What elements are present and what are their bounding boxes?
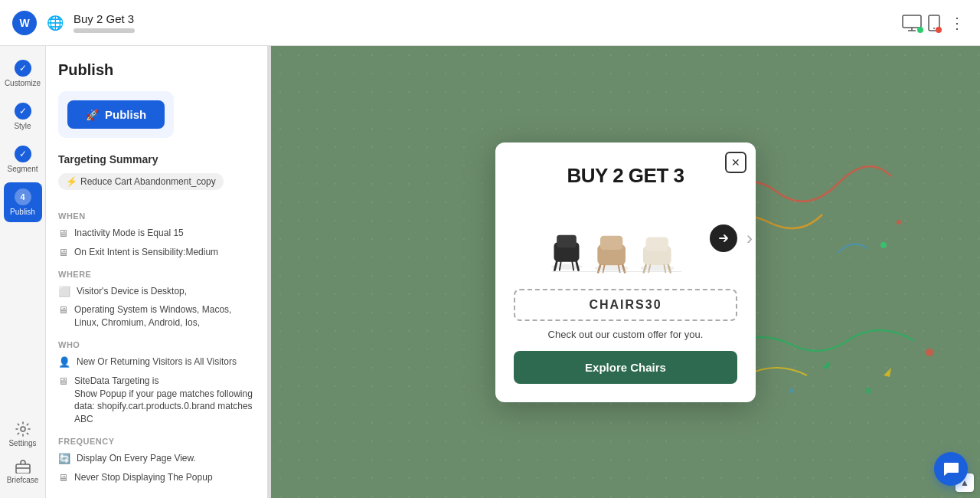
panel-title: Publish: [58, 61, 255, 79]
sidebar-item-publish[interactable]: 4 Publish: [4, 182, 42, 222]
style-label: Style: [14, 122, 31, 130]
condition-text-4: Operating System is Windows, Macos, Linu…: [74, 303, 255, 329]
condition-text-8: Never Stop Displaying The Popup: [74, 471, 213, 484]
condition-inactivity: 🖥 Inactivity Mode is Equal 15: [58, 227, 255, 240]
style-check: ✓: [15, 103, 31, 120]
sidebar-item-settings[interactable]: Settings: [4, 415, 42, 454]
popup-arrow-button[interactable]: [710, 224, 737, 252]
chairs-illustration: [541, 208, 710, 277]
svg-rect-0: [903, 15, 921, 28]
popup-close-button[interactable]: ✕: [725, 152, 746, 173]
popup-card: ✕ BUY 2 GET 3: [495, 143, 756, 402]
condition-text-3: Visitor's Device is Desktop,: [77, 285, 187, 298]
person-icon: 👤: [58, 356, 70, 368]
desktop-device-icon[interactable]: [902, 15, 922, 31]
condition-frequency-1: 🔄 Display On Every Page View.: [58, 452, 255, 465]
arrow-right-icon: [717, 232, 730, 244]
side-chevron: ›: [746, 228, 753, 249]
stop-icon: 🖥: [58, 472, 68, 483]
condition-sitedata: 🖥 SiteData Targeting is Show Popup if yo…: [58, 375, 255, 426]
mobile-device-icon[interactable]: [928, 15, 940, 31]
segment-label: Segment: [7, 165, 38, 173]
targeting-tag: ⚡ Reduce Cart Abandonment_copy: [58, 173, 224, 190]
refresh-icon: 🔄: [58, 453, 70, 464]
device-icon-2: 🖥: [58, 304, 68, 316]
chat-icon: [942, 461, 959, 477]
condition-text-5: New Or Returning Visitors is All Visitor…: [77, 355, 237, 369]
sidebar-item-segment[interactable]: ✓ Segment: [4, 139, 42, 179]
svg-line-18: [554, 261, 557, 270]
svg-rect-24: [600, 235, 622, 249]
sidebar-item-style[interactable]: ✓ Style: [4, 97, 42, 136]
svg-rect-31: [646, 237, 668, 251]
device-icons: ⋮: [902, 11, 968, 35]
svg-point-4: [933, 28, 935, 29]
promo-code-box: CHAIRS30: [514, 289, 737, 321]
monitor-icon-2: 🖥: [58, 247, 68, 258]
targeting-summary-title: Targeting Summary: [58, 153, 255, 165]
condition-exit-intent: 🖥 On Exit Intent is Sensibility:Medium: [58, 246, 255, 259]
sitedata-icon: 🖥: [58, 375, 68, 387]
topbar: W 🌐 Buy 2 Get 3 ⋮: [0, 0, 980, 46]
condition-text-7: Display On Every Page View.: [77, 452, 196, 465]
popup-description: Check out our custom offer for you.: [514, 329, 737, 340]
popup-title: BUY 2 GET 3: [514, 164, 737, 188]
mobile-inactive-dot: [936, 27, 942, 33]
icon-sidebar: ✓ Customize ✓ Style ✓ Segment 4 Publish …: [0, 46, 46, 498]
publish-btn-label: Publish: [105, 108, 146, 121]
promo-code: CHAIRS30: [589, 298, 662, 311]
publish-button-wrapper: 🚀 Publish: [58, 91, 174, 138]
condition-text-2: On Exit Intent is Sensibility:Medium: [74, 246, 218, 259]
explore-chairs-button[interactable]: Explore Chairs: [514, 351, 737, 384]
cta-label: Explore Chairs: [585, 361, 666, 374]
svg-rect-6: [16, 464, 30, 473]
condition-os: 🖥 Operating System is Windows, Macos, Li…: [58, 303, 255, 329]
briefcase-icon: [15, 460, 31, 473]
publish-label: Publish: [10, 208, 35, 216]
publish-step-num: 4: [15, 188, 31, 205]
segment-check: ✓: [15, 146, 31, 162]
title-underline: [74, 28, 135, 33]
sidebar-bottom: Settings Briefcase: [4, 415, 42, 490]
condition-device: ⬜ Visitor's Device is Desktop,: [58, 285, 255, 298]
device-icon-1: ⬜: [58, 286, 70, 297]
customize-label: Customize: [5, 79, 41, 87]
svg-point-5: [21, 427, 25, 431]
where-label: WHERE: [58, 270, 255, 279]
condition-visitors: 👤 New Or Returning Visitors is All Visit…: [58, 355, 255, 369]
page-title: Buy 2 Get 3: [74, 12, 135, 25]
condition-frequency-2: 🖥 Never Stop Displaying The Popup: [58, 471, 255, 484]
when-label: WHEN: [58, 211, 255, 221]
who-label: WHO: [58, 340, 255, 349]
settings-label: Settings: [8, 439, 36, 447]
rocket-icon: 🚀: [86, 109, 99, 121]
chat-button[interactable]: [934, 452, 968, 486]
app-logo[interactable]: W: [12, 11, 37, 35]
globe-icon: 🌐: [46, 14, 64, 32]
briefcase-label: Briefcase: [7, 476, 39, 484]
settings-icon: [15, 421, 31, 437]
condition-text-1: Inactivity Mode is Equal 15: [74, 227, 184, 240]
svg-line-19: [577, 261, 579, 270]
sidebar-item-briefcase[interactable]: Briefcase: [4, 454, 42, 490]
bolt-icon: ⚡: [66, 176, 77, 187]
main-layout: ✓ Customize ✓ Style ✓ Segment 4 Publish …: [0, 46, 980, 498]
popup-chairs-area: ›: [514, 200, 737, 277]
canvas-area: ✕ BUY 2 GET 3: [271, 46, 980, 498]
monitor-icon-1: 🖥: [58, 228, 68, 239]
sidebar-item-customize[interactable]: ✓ Customize: [4, 54, 42, 93]
more-options-icon[interactable]: ⋮: [946, 11, 968, 35]
close-icon: ✕: [731, 156, 740, 169]
frequency-label: FREQUENCY: [58, 437, 255, 446]
customize-check: ✓: [15, 60, 31, 77]
publish-button[interactable]: 🚀 Publish: [67, 100, 165, 129]
svg-rect-17: [557, 234, 577, 247]
targeting-tag-label: Reduce Cart Abandonment_copy: [80, 176, 216, 187]
condition-text-6: SiteData Targeting is Show Popup if your…: [74, 375, 255, 426]
panel-sidebar: Publish 🚀 Publish Targeting Summary ⚡ Re…: [46, 46, 268, 498]
desktop-active-dot: [917, 27, 923, 33]
